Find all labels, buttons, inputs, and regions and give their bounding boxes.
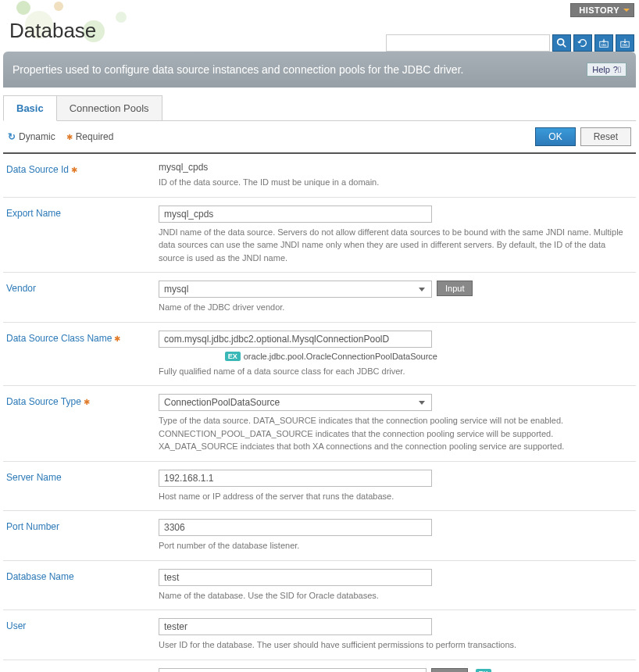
label-dbname: Database Name — [6, 569, 159, 602]
reset-button[interactable]: Reset — [580, 127, 631, 146]
help-button[interactable]: Help?⃝ — [587, 63, 627, 77]
row-user: User User ID for the database. The user … — [3, 610, 636, 660]
label-export: Export Name — [6, 206, 159, 265]
svg-point-0 — [16, 1, 30, 15]
row-data-source-id: Data Source Id✱ mysql_cpds ID of the dat… — [3, 154, 636, 198]
label-password: Password — [6, 668, 159, 673]
row-ds-class-name: Data Source Class Name✱ EXoracle.jdbc.po… — [3, 323, 636, 387]
info-text: Properties used to configure data source… — [12, 63, 463, 76]
svg-text:XML: XML — [622, 44, 627, 47]
row-port-number: Port Number Port number of the database … — [3, 511, 636, 561]
desc-dbname: Name of the database. Use the SID for Or… — [159, 589, 633, 602]
search-icon[interactable] — [552, 34, 571, 52]
desc-user: User ID for the database. The user shoul… — [159, 638, 633, 652]
ok-button[interactable]: OK — [535, 127, 575, 146]
search-input[interactable] — [386, 34, 550, 52]
input-port-number[interactable] — [159, 519, 432, 536]
input-password[interactable] — [159, 668, 427, 673]
label-dsid: Data Source Id — [6, 164, 69, 175]
desc-dsid: ID of the data source. The ID must be un… — [159, 176, 633, 189]
row-server-name: Server Name Host name or IP address of t… — [3, 462, 636, 512]
legend-bar: Dynamic Required OK Reset — [3, 121, 636, 154]
select-ds-type[interactable]: ConnectionPoolDataSource — [159, 394, 432, 411]
label-vendor: Vendor — [6, 281, 159, 314]
password-input-button[interactable]: Input — [431, 668, 467, 673]
svg-point-1 — [54, 2, 63, 11]
label-dstype: Data Source Type — [6, 396, 81, 407]
label-dsclass: Data Source Class Name — [6, 333, 112, 344]
row-password: Password Input EX{DES}FQrLbQ/D8O1lDVS71L… — [3, 660, 636, 673]
row-vendor: Vendor mysql Input Name of the JDBC driv… — [3, 273, 636, 323]
svg-text:XML: XML — [601, 44, 606, 47]
value-dsid: mysql_cpds — [159, 162, 633, 173]
desc-dsclass: Fully qualified name of a data source cl… — [159, 365, 633, 378]
export-xml-icon[interactable]: XML — [594, 34, 613, 52]
svg-point-4 — [116, 12, 127, 23]
svg-point-5 — [558, 39, 564, 45]
example-dsclass: oracle.jdbc.pool.OracleConnectionPoolDat… — [244, 352, 437, 361]
legend-dynamic: Dynamic — [8, 131, 55, 142]
required-icon: ✱ — [84, 398, 90, 406]
vendor-input-button[interactable]: Input — [437, 281, 473, 296]
row-export-name: Export Name JNDI name of the data source… — [3, 198, 636, 273]
desc-dstype: Type of the data source. DATA_SOURCE ind… — [159, 414, 633, 453]
import-xml-icon[interactable]: XML — [616, 34, 634, 52]
tab-basic[interactable]: Basic — [3, 95, 57, 121]
example-badge: EX — [476, 669, 491, 672]
input-ds-class-name[interactable] — [159, 331, 432, 348]
refresh-icon[interactable] — [573, 34, 592, 52]
tab-connection-pools[interactable]: Connection Pools — [56, 95, 162, 120]
input-database-name[interactable] — [159, 569, 432, 586]
legend-required: Required — [66, 131, 114, 142]
form-rows: Data Source Id✱ mysql_cpds ID of the dat… — [3, 154, 636, 672]
label-server: Server Name — [6, 470, 159, 503]
svg-line-6 — [563, 45, 566, 48]
label-port: Port Number — [6, 519, 159, 552]
tabs: Basic Connection Pools — [3, 95, 636, 121]
desc-vendor: Name of the JDBC driver vendor. — [159, 301, 633, 314]
row-ds-type: Data Source Type✱ ConnectionPoolDataSour… — [3, 386, 636, 462]
history-button[interactable]: HISTORY — [570, 3, 634, 17]
input-export-name[interactable] — [159, 206, 432, 223]
input-user[interactable] — [159, 618, 432, 635]
desc-export: JNDI name of the data source. Servers do… — [159, 226, 633, 265]
input-server-name[interactable] — [159, 470, 432, 487]
select-vendor[interactable]: mysql — [159, 281, 432, 298]
info-bar: Properties used to configure data source… — [3, 52, 636, 88]
required-icon: ✱ — [114, 334, 120, 343]
desc-port: Port number of the database listener. — [159, 539, 633, 552]
label-user: User — [6, 618, 159, 652]
search-bar: XML XML — [386, 34, 634, 52]
page-title: Database — [9, 19, 96, 43]
required-icon: ✱ — [71, 166, 77, 174]
help-icon: ?⃝ — [613, 65, 621, 74]
header: Database HISTORY XML XML — [0, 0, 639, 48]
desc-server: Host name or IP address of the server th… — [159, 490, 633, 503]
row-database-name: Database Name Name of the database. Use … — [3, 561, 636, 611]
example-badge: EX — [225, 352, 241, 361]
